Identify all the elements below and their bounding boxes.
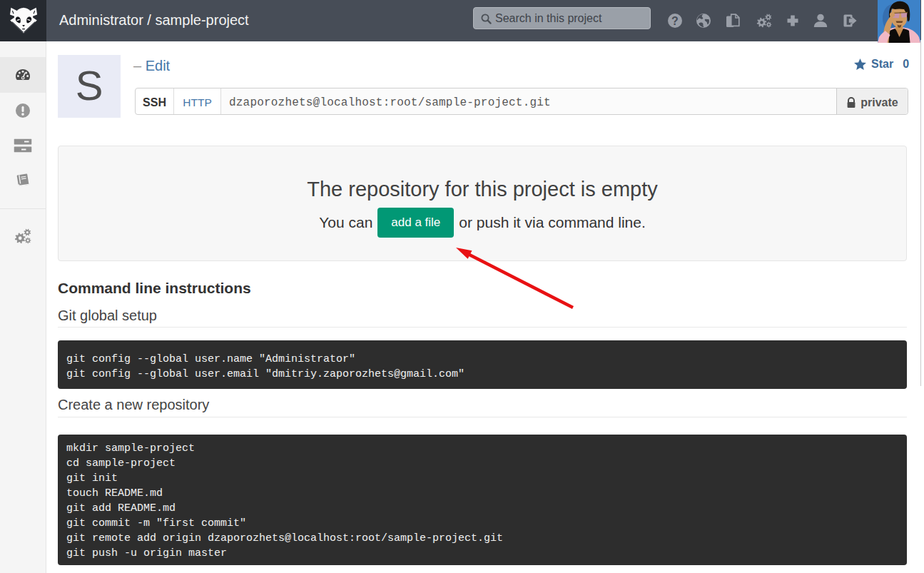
svg-text:?: ? (671, 15, 679, 27)
